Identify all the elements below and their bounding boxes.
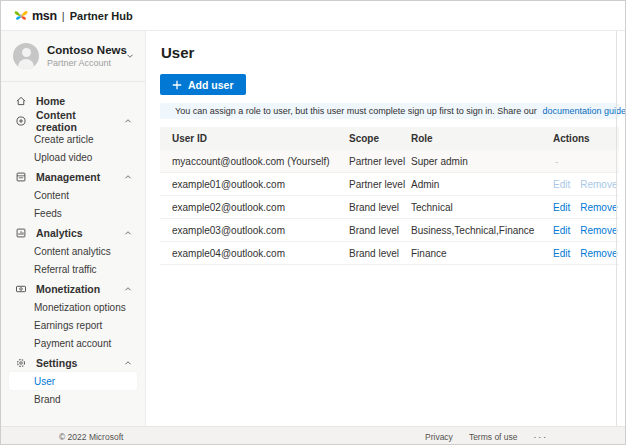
sidebar-subitem-label: User [34, 376, 55, 387]
brand-name: msn [32, 9, 57, 23]
product-name: Partner Hub [70, 10, 133, 22]
col-header-actions: Actions [553, 133, 619, 144]
cell-role: Admin [411, 179, 553, 190]
sidebar-item-label: Home [36, 95, 65, 107]
sidebar-nav: Home Content creation Create article Upl… [1, 82, 145, 408]
remove-link[interactable]: Remove [580, 248, 617, 259]
cell-user-id: example02@outlook.com [160, 202, 349, 213]
users-table: User ID Scope Role Actions myaccount@out… [160, 127, 619, 265]
scrollbar-divider [616, 31, 617, 428]
cell-scope: Brand level [349, 225, 411, 236]
sidebar-subitem-user[interactable]: User [9, 372, 137, 390]
cell-role: Business,Technical,Finance [411, 225, 553, 236]
sidebar-item-monetization[interactable]: Monetization [1, 279, 145, 298]
cell-user-id: example03@outlook.com [160, 225, 349, 236]
chevron-down-icon [125, 51, 135, 61]
sidebar-subitem-monetization-options[interactable]: Monetization options [1, 298, 145, 316]
sidebar-subitem-content[interactable]: Content [1, 186, 145, 204]
cell-scope: Partner level [349, 156, 411, 167]
cell-user-id: myaccount@outlook.com (Yourself) [160, 156, 349, 167]
cell-role: Super admin [411, 156, 553, 167]
col-header-role: Role [411, 133, 553, 144]
sidebar-item-label: Monetization [36, 283, 100, 295]
sidebar-subitem-label: Earnings report [34, 320, 102, 331]
copyright: © 2022 Microsoft [59, 432, 123, 442]
sidebar-subitem-label: Brand [34, 394, 61, 405]
gear-icon [15, 357, 27, 369]
sidebar-item-content-creation[interactable]: Content creation [1, 111, 145, 130]
account-name: Contoso News [47, 44, 117, 56]
page-title: User [161, 44, 625, 61]
documentation-guide-link[interactable]: documentation guide [542, 106, 626, 116]
table-row: example01@outlook.com Partner level Admi… [160, 173, 619, 196]
sidebar-subitem-label: Content analytics [34, 246, 111, 257]
add-user-label: Add user [188, 79, 234, 91]
edit-link[interactable]: Edit [553, 179, 570, 190]
main-content: User Add user You can assign a role to u… [146, 31, 625, 428]
banner-text: You can assign a role to user, but this … [175, 106, 626, 116]
sidebar-item-label: Settings [36, 357, 77, 369]
footer: © 2022 Microsoft Privacy Terms of use ··… [1, 426, 625, 444]
chevron-up-icon [123, 116, 133, 126]
chevron-up-icon [123, 172, 133, 182]
topbar: msn | Partner Hub [1, 1, 625, 31]
edit-link[interactable]: Edit [553, 202, 570, 213]
management-icon [15, 171, 27, 183]
more-options-button[interactable]: ··· [534, 432, 549, 442]
msn-brand-link[interactable]: msn | Partner Hub [14, 9, 133, 23]
info-banner: You can assign a role to user, but this … [160, 103, 619, 119]
sidebar-subitem-label: Referral traffic [34, 264, 97, 275]
remove-link[interactable]: Remove [580, 225, 617, 236]
sidebar-item-label: Management [36, 171, 100, 183]
chevron-up-icon [123, 284, 133, 294]
sidebar-subitem-label: Content [34, 190, 69, 201]
sidebar-item-label: Content creation [36, 109, 114, 133]
sidebar-item-home[interactable]: Home [1, 91, 145, 110]
edit-link[interactable]: Edit [553, 225, 570, 236]
sidebar-subitem-label: Monetization options [34, 302, 126, 313]
account-type: Partner Account [47, 58, 117, 68]
terms-of-use-link[interactable]: Terms of use [469, 432, 518, 442]
cell-role: Finance [411, 248, 553, 259]
sidebar-subitem-payment-account[interactable]: Payment account [1, 334, 145, 352]
table-header-row: User ID Scope Role Actions [160, 127, 619, 150]
sidebar-subitem-earnings-report[interactable]: Earnings report [1, 316, 145, 334]
sidebar-subitem-referral-traffic[interactable]: Referral traffic [1, 260, 145, 278]
chevron-up-icon [123, 358, 133, 368]
sidebar-subitem-create-article[interactable]: Create article [1, 130, 145, 148]
no-actions-dash: - [553, 156, 619, 167]
table-row: example03@outlook.com Brand level Busine… [160, 219, 619, 242]
brand-separator: | [62, 10, 65, 22]
table-row: example02@outlook.com Brand level Techni… [160, 196, 619, 219]
plus-icon [172, 80, 182, 90]
edit-link[interactable]: Edit [553, 248, 570, 259]
privacy-link[interactable]: Privacy [425, 432, 453, 442]
sidebar-item-analytics[interactable]: Analytics [1, 223, 145, 242]
table-row: myaccount@outlook.com (Yourself) Partner… [160, 150, 619, 173]
add-user-button[interactable]: Add user [160, 74, 246, 95]
cell-scope: Brand level [349, 202, 411, 213]
cell-role: Technical [411, 202, 553, 213]
remove-link[interactable]: Remove [580, 202, 617, 213]
home-icon [15, 95, 27, 107]
sidebar-subitem-feeds[interactable]: Feeds [1, 204, 145, 222]
msn-butterfly-logo-icon [14, 9, 28, 22]
account-switcher[interactable]: Contoso News Partner Account [1, 31, 145, 81]
avatar [13, 43, 39, 69]
cell-user-id: example04@outlook.com [160, 248, 349, 259]
sidebar-subitem-content-analytics[interactable]: Content analytics [1, 242, 145, 260]
sidebar-subitem-upload-video[interactable]: Upload video [1, 148, 145, 166]
monetization-icon [15, 283, 27, 295]
sidebar-subitem-label: Feeds [34, 208, 62, 219]
cell-scope: Partner level [349, 179, 411, 190]
sidebar-item-settings[interactable]: Settings [1, 353, 145, 372]
sidebar-subitem-brand[interactable]: Brand [1, 390, 145, 408]
sidebar-subitem-label: Upload video [34, 152, 92, 163]
remove-link[interactable]: Remove [580, 179, 617, 190]
table-row: example04@outlook.com Brand level Financ… [160, 242, 619, 265]
chevron-up-icon [123, 228, 133, 238]
add-circle-icon [15, 115, 27, 127]
col-header-scope: Scope [349, 133, 411, 144]
col-header-user-id: User ID [160, 133, 349, 144]
sidebar-item-management[interactable]: Management [1, 167, 145, 186]
